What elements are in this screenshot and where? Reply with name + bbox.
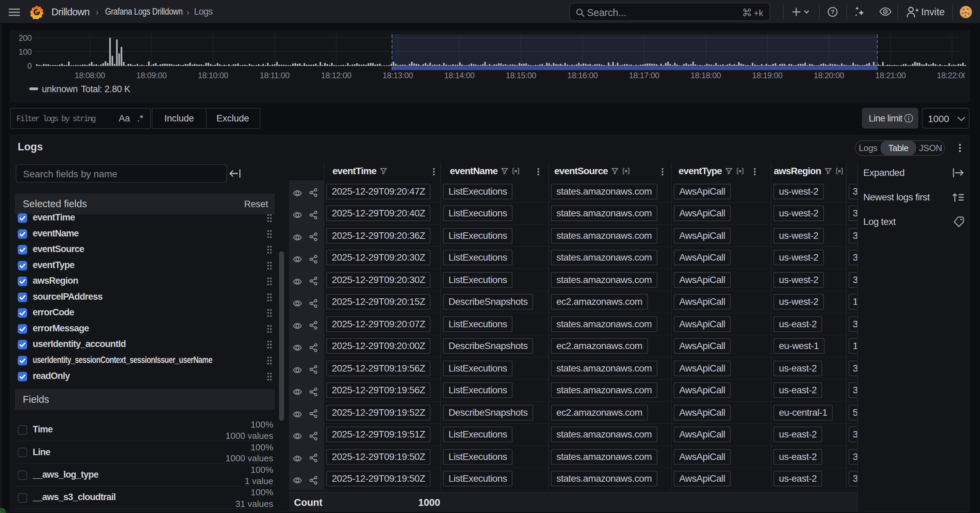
svg-text:18:14:00: 18:14:00 [444, 71, 475, 80]
svg-text:18:13:00: 18:13:00 [382, 71, 413, 80]
svg-text:18:20:00: 18:20:00 [814, 71, 844, 80]
svg-text:18:09:00: 18:09:00 [136, 71, 167, 80]
svg-text:18:22:00: 18:22:00 [937, 71, 967, 80]
svg-text:18:16:00: 18:16:00 [567, 71, 598, 80]
svg-text:18:12:00: 18:12:00 [321, 71, 352, 80]
svg-text:?: ? [831, 9, 834, 15]
svg-text:18:11:00: 18:11:00 [259, 71, 290, 80]
svg-text:100: 100 [18, 47, 32, 56]
svg-text:18:17:00: 18:17:00 [629, 71, 659, 80]
svg-text:18:08:00: 18:08:00 [75, 71, 105, 80]
svg-text:18:21:00: 18:21:00 [875, 71, 906, 80]
svg-text:18:10:00: 18:10:00 [198, 71, 228, 80]
svg-text:18:18:00: 18:18:00 [690, 71, 721, 80]
svg-text:18:19:00: 18:19:00 [752, 71, 783, 80]
svg-text:18:15:00: 18:15:00 [506, 71, 536, 80]
svg-text:0: 0 [27, 61, 32, 70]
svg-text:200: 200 [18, 33, 32, 43]
